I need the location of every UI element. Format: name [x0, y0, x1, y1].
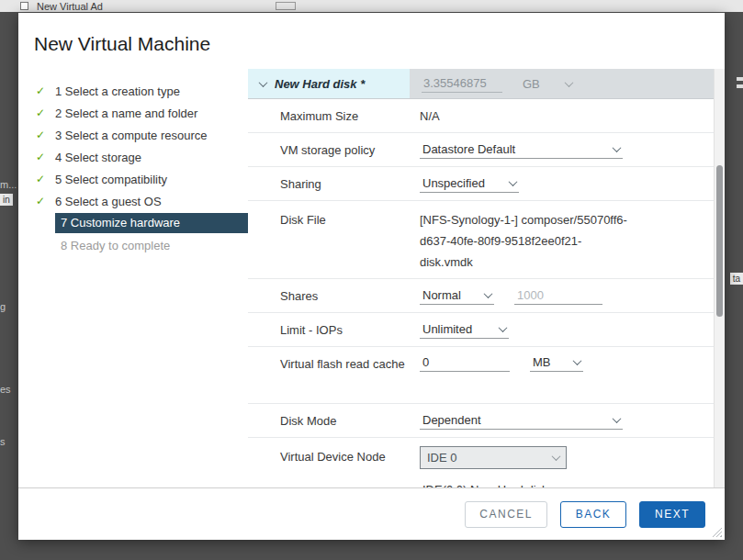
- step-ready-to-complete[interactable]: 8 Ready to complete: [33, 234, 248, 256]
- background-fragment: es: [0, 384, 11, 395]
- device-node-position-select[interactable]: IDE(0:0) New Hard disk: [420, 481, 578, 487]
- background-toolbar: New Virtual Ad: [0, 0, 743, 12]
- row-disk-mode: Disk Mode Dependent: [248, 404, 714, 438]
- select-value: MB: [533, 355, 551, 369]
- scrollbar-track[interactable]: [714, 69, 725, 487]
- step-select-compatibility[interactable]: ✓ 5 Select compatibility: [33, 168, 248, 190]
- background-fragment-sliver: [737, 84, 743, 88]
- row-disk-file: Disk File [NFS-Synology-1-] composer/550…: [248, 201, 714, 279]
- row-virtual-device-node: Virtual Device Node IDE 0 IDE(0:0) New H…: [248, 438, 714, 487]
- check-icon: ✓: [33, 84, 55, 97]
- vfrc-size-input[interactable]: [420, 353, 510, 372]
- select-value: Dependent: [422, 413, 481, 427]
- hardware-form: New Hard disk * GB Maximum Size: [248, 69, 725, 487]
- chevron-down-icon: [484, 289, 493, 298]
- field-label: Virtual flash read cache: [248, 353, 420, 375]
- chevron-down-icon: [499, 323, 508, 332]
- chevron-down-icon: [552, 452, 561, 461]
- field-label: Maximum Size: [248, 106, 420, 127]
- select-value: IDE(0:0) New Hard disk: [422, 483, 548, 487]
- step-label: 5 Select compatibility: [55, 173, 167, 186]
- field-label: Limit - IOPs: [248, 319, 420, 341]
- background-fragment-sliver: [737, 77, 743, 81]
- step-label: 2 Select a name and folder: [55, 106, 197, 120]
- row-sharing: Sharing Unspecified: [248, 167, 714, 201]
- step-label: 8 Ready to complete: [61, 239, 170, 252]
- chevron-down-icon: [565, 78, 574, 87]
- select-value: Unspecified: [422, 176, 485, 190]
- chevron-down-icon: [573, 356, 582, 365]
- sharing-select[interactable]: Unspecified: [420, 174, 519, 193]
- screen: New Virtual Ad m... in g es s ta New Vir…: [0, 0, 743, 560]
- step-select-compute-resource[interactable]: ✓ 3 Select a compute resource: [33, 124, 248, 146]
- chevron-down-icon: [613, 414, 622, 423]
- disk-size-unit-select: GB: [521, 75, 574, 93]
- page-title: New Virtual Machine: [18, 13, 725, 69]
- step-label: 4 Select storage: [55, 151, 141, 164]
- background-fragment: s: [0, 436, 6, 447]
- vm-storage-policy-select[interactable]: Datastore Default: [420, 140, 623, 159]
- device-expander[interactable]: New Hard disk *: [248, 69, 410, 98]
- vfrc-unit-select[interactable]: MB: [530, 353, 583, 372]
- background-fragment: in: [0, 194, 13, 206]
- disk-file-value: [NFS-Synology-1-] composer/55070ff6-d637…: [420, 209, 629, 273]
- background-fragment: m...: [0, 179, 17, 190]
- step-select-storage[interactable]: ✓ 4 Select storage: [33, 146, 248, 168]
- field-label: VM storage policy: [248, 140, 420, 161]
- field-label: Shares: [248, 286, 420, 307]
- step-customize-hardware[interactable]: 7 Customize hardware: [33, 212, 248, 234]
- select-value: Unlimited: [422, 322, 472, 336]
- new-vm-dialog: New Virtual Machine ✓ 1 Select a creatio…: [18, 13, 725, 540]
- row-vm-storage-policy: VM storage policy Datastore Default: [248, 133, 714, 167]
- row-maximum-size: Maximum Size N/A: [248, 99, 714, 133]
- maximum-size-value: N/A: [420, 109, 440, 123]
- step-select-guest-os[interactable]: ✓ 6 Select a guest OS: [33, 190, 248, 212]
- check-icon: ✓: [33, 195, 55, 207]
- background-fragment: ta: [730, 273, 743, 285]
- step-label: 3 Select a compute resource: [55, 129, 207, 142]
- check-icon: ✓: [33, 151, 55, 163]
- device-name: New Hard disk *: [275, 77, 365, 91]
- chevron-down-icon: [509, 177, 518, 186]
- select-value: Normal: [422, 288, 461, 302]
- cancel-button[interactable]: CANCEL: [465, 501, 547, 528]
- current-step-label: 7 Customize hardware: [55, 213, 248, 233]
- disk-size-input: [422, 74, 502, 93]
- checkbox-icon: [20, 2, 28, 10]
- check-icon: ✓: [33, 173, 55, 185]
- row-shares: Shares Normal: [248, 279, 714, 313]
- select-value: IDE 0: [427, 451, 457, 465]
- check-icon: ✓: [33, 129, 55, 141]
- background-fragment: g: [0, 301, 6, 312]
- next-button[interactable]: NEXT: [639, 501, 705, 528]
- step-select-name-folder[interactable]: ✓ 2 Select a name and folder: [33, 102, 248, 124]
- back-button[interactable]: BACK: [560, 501, 626, 528]
- limit-iops-select[interactable]: Unlimited: [420, 320, 509, 339]
- row-virtual-flash-read-cache: Virtual flash read cache MB: [248, 347, 714, 404]
- check-icon: ✓: [33, 106, 55, 119]
- step-label: 1 Select a creation type: [55, 84, 180, 98]
- device-header-row: New Hard disk * GB: [248, 69, 714, 99]
- shares-select[interactable]: Normal: [420, 286, 494, 305]
- dialog-footer: CANCEL BACK NEXT: [18, 487, 725, 540]
- field-label: Disk Mode: [248, 410, 420, 431]
- background-fragment: New Virtual Ad: [37, 1, 103, 12]
- chevron-down-icon: [259, 78, 268, 87]
- scrollbar-thumb[interactable]: [716, 165, 723, 317]
- row-limit-iops: Limit - IOPs Unlimited: [248, 313, 714, 347]
- wizard-steps: ✓ 1 Select a creation type ✓ 2 Select a …: [18, 69, 248, 487]
- chevron-down-icon: [613, 143, 622, 152]
- chevron-down-icon: [568, 484, 577, 487]
- select-value: Datastore Default: [422, 142, 515, 156]
- step-select-creation-type[interactable]: ✓ 1 Select a creation type: [33, 80, 248, 102]
- field-label: Virtual Device Node: [248, 446, 420, 467]
- virtual-device-node-select: IDE 0: [420, 446, 567, 469]
- shares-value-input[interactable]: [514, 286, 602, 305]
- field-label: Disk File: [248, 209, 420, 230]
- field-label: Sharing: [248, 174, 420, 195]
- disk-mode-select[interactable]: Dependent: [420, 411, 623, 430]
- background-fragment-box: [276, 2, 296, 10]
- unit-value: GB: [523, 77, 540, 91]
- step-label: 6 Select a guest OS: [55, 195, 162, 208]
